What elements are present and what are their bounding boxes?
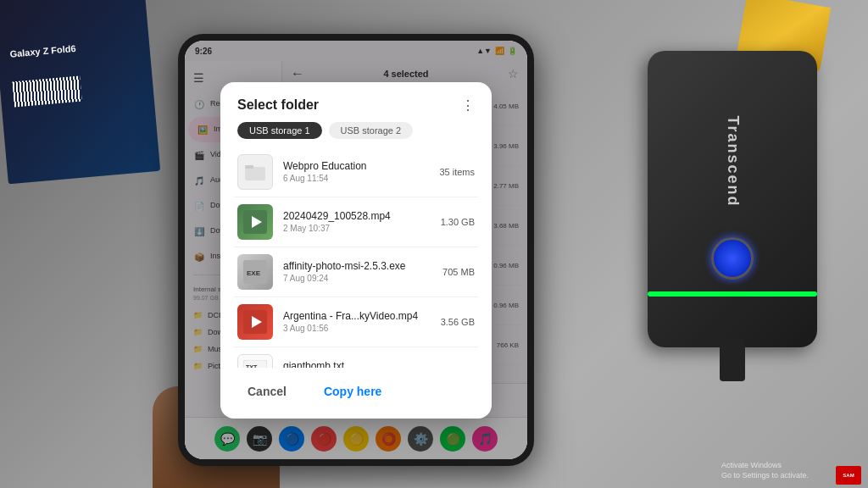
- modal-file-thumb-2: [237, 204, 273, 240]
- usb-cable: [720, 339, 745, 381]
- modal-fsize-1: 35 items: [439, 167, 475, 177]
- phone-screen: 9:26 ▲▼ 📶 🔋 ☰ 🕐 Recent files 🖼️: [185, 41, 527, 459]
- modal-fmeta-2: 2 May 10:37: [283, 224, 431, 233]
- activate-line1: Activate Windows: [721, 460, 809, 471]
- modal-fmeta-3: 7 Aug 09:24: [283, 274, 432, 283]
- svg-text:EXE: EXE: [247, 269, 261, 277]
- activate-windows-watermark: Activate Windows Go to Settings to activ…: [721, 460, 809, 481]
- transcend-green-strip: [648, 291, 817, 297]
- phone-device: 9:26 ▲▼ 📶 🔋 ☰ 🕐 Recent files 🖼️: [178, 34, 534, 466]
- modal-overlay: Select folder ⋮ USB storage 1 USB storag…: [185, 41, 527, 459]
- modal-file-thumb-1: [237, 154, 273, 190]
- samsung-logo: SAM: [836, 466, 861, 485]
- modal-fsize-2: 1.30 GB: [441, 217, 475, 227]
- modal-fname-3: affinity-photo-msi-2.5.3.exe: [283, 260, 432, 272]
- modal-file-info-1: Webpro Education 6 Aug 11:54: [283, 160, 429, 183]
- modal-fname-4: Argentina - Fra...kyVideo.mp4: [283, 310, 431, 322]
- modal-fsize-5: 452 B: [450, 367, 475, 368]
- modal-file-info-3: affinity-photo-msi-2.5.3.exe 7 Aug 09:24: [283, 260, 432, 283]
- modal-fmeta-1: 6 Aug 11:54: [283, 174, 429, 183]
- modal-fname-5: giantbomb.txt: [283, 360, 440, 368]
- modal-file-info-4: Argentina - Fra...kyVideo.mp4 3 Aug 01:5…: [283, 310, 431, 333]
- cancel-button[interactable]: Cancel: [237, 380, 297, 403]
- transcend-hdd: Transcend: [648, 51, 817, 347]
- modal-file-item-4[interactable]: Argentina - Fra...kyVideo.mp4 3 Aug 01:5…: [234, 297, 478, 347]
- modal-file-item-5[interactable]: TXT giantbomb.txt 7 Aug 09:29 452 B: [234, 347, 478, 368]
- modal-fname-2: 20240429_100528.mp4: [283, 210, 431, 222]
- modal-usb-tabs: USB storage 1 USB storage 2: [220, 122, 492, 147]
- modal-file-thumb-4: [237, 304, 273, 340]
- copy-here-button[interactable]: Copy here: [314, 380, 392, 403]
- select-folder-modal: Select folder ⋮ USB storage 1 USB storag…: [220, 82, 492, 419]
- modal-usb-tab-2[interactable]: USB storage 2: [329, 122, 414, 139]
- modal-header: Select folder ⋮: [220, 82, 492, 122]
- modal-file-item-2[interactable]: 20240429_100528.mp4 2 May 10:37 1.30 GB: [234, 197, 478, 247]
- modal-file-info-2: 20240429_100528.mp4 2 May 10:37: [283, 210, 431, 233]
- modal-fsize-3: 705 MB: [442, 267, 475, 277]
- svg-rect-1: [245, 165, 253, 169]
- galaxy-box: Galaxy Z Fold6: [0, 0, 160, 184]
- modal-fsize-4: 3.56 GB: [441, 317, 475, 327]
- modal-file-item-3[interactable]: EXE affinity-photo-msi-2.5.3.exe 7 Aug 0…: [234, 247, 478, 297]
- svg-rect-0: [245, 167, 265, 180]
- modal-file-thumb-5: TXT: [237, 354, 273, 368]
- galaxy-box-text: Galaxy Z Fold6: [9, 42, 76, 61]
- modal-file-thumb-3: EXE: [237, 254, 273, 290]
- modal-file-list: Webpro Education 6 Aug 11:54 35 items 20…: [220, 147, 492, 368]
- modal-file-item-1[interactable]: Webpro Education 6 Aug 11:54 35 items: [234, 147, 478, 197]
- svg-text:TXT: TXT: [246, 364, 258, 368]
- modal-title: Select folder: [237, 97, 319, 113]
- barcode: [12, 76, 81, 108]
- modal-file-info-5: giantbomb.txt 7 Aug 09:29: [283, 360, 440, 368]
- transcend-button: [711, 237, 754, 280]
- modal-fname-1: Webpro Education: [283, 160, 429, 172]
- activate-line2: Go to Settings to activate.: [721, 470, 809, 481]
- modal-fmeta-4: 3 Aug 01:56: [283, 324, 431, 333]
- modal-menu-icon[interactable]: ⋮: [461, 97, 475, 114]
- modal-usb-tab-1[interactable]: USB storage 1: [237, 122, 322, 139]
- modal-actions: Cancel Copy here: [220, 368, 492, 419]
- transcend-label: Transcend: [724, 115, 742, 207]
